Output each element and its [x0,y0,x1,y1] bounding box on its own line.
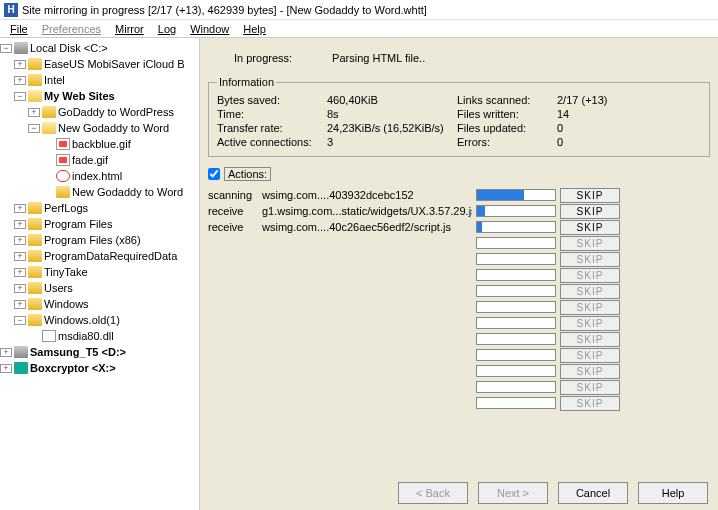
folder-icon [28,234,42,246]
tree-expand-icon[interactable]: + [14,220,26,229]
tree-item[interactable]: Program Files [44,218,112,230]
folder-icon [28,314,42,326]
progress-bar [476,221,556,233]
skip-button: SKIP [560,316,620,331]
skip-button: SKIP [560,284,620,299]
tree-item[interactable]: Intel [44,74,65,86]
skip-button[interactable]: SKIP [560,188,620,203]
tree-expand-icon[interactable]: + [0,364,12,373]
progress-bar [476,205,556,217]
tree-expand-icon[interactable]: + [28,108,40,117]
progress-bar [476,333,556,345]
tree-item[interactable]: Local Disk <C:> [30,42,108,54]
action-row: SKIP [208,379,710,395]
action-row: SKIP [208,235,710,251]
folder-icon [28,202,42,214]
progress-bar [476,253,556,265]
filesu-value: 0 [557,122,637,134]
time-value: 8s [327,108,457,120]
folder-open-icon [28,90,42,102]
boxcryptor-icon [14,362,28,374]
tree-expand-icon[interactable]: + [14,300,26,309]
skip-button[interactable]: SKIP [560,204,620,219]
action-op: scanning [208,189,258,201]
skip-button[interactable]: SKIP [560,220,620,235]
tree-item[interactable]: Users [44,282,73,294]
tree-expand-icon[interactable]: + [14,204,26,213]
tree-collapse-icon[interactable]: − [14,92,26,101]
tree-collapse-icon[interactable]: − [0,44,12,53]
actions-checkbox[interactable] [208,168,220,180]
tree-item[interactable]: New Godaddy to Word [72,186,183,198]
folder-icon [28,282,42,294]
tree-item[interactable]: Windows [44,298,89,310]
folder-tree[interactable]: −Local Disk <C:> +EaseUS MobiSaver iClou… [0,38,200,510]
cancel-button[interactable]: Cancel [558,482,628,504]
image-file-icon [56,138,70,150]
action-row: scanningwsimg.com....403932dcebc152SKIP [208,187,710,203]
tree-item[interactable]: My Web Sites [44,90,115,102]
menu-help[interactable]: Help [237,22,272,36]
progress-bar [476,269,556,281]
skip-button: SKIP [560,236,620,251]
filesw-value: 14 [557,108,637,120]
tree-item[interactable]: PerfLogs [44,202,88,214]
tree-item[interactable]: EaseUS MobiSaver iCloud B [44,58,185,70]
action-row: SKIP [208,267,710,283]
html-file-icon [56,170,70,182]
tree-item[interactable]: GoDaddy to WordPress [58,106,174,118]
tree-expand-icon[interactable]: + [14,284,26,293]
skip-button: SKIP [560,252,620,267]
tree-expand-icon[interactable]: + [14,60,26,69]
tree-collapse-icon[interactable]: − [28,124,40,133]
skip-button: SKIP [560,364,620,379]
tree-expand-icon[interactable]: + [14,268,26,277]
folder-open-icon [42,122,56,134]
help-button[interactable]: Help [638,482,708,504]
tree-item[interactable]: backblue.gif [72,138,131,150]
tree-item[interactable]: fade.gif [72,154,108,166]
links-label: Links scanned: [457,94,557,106]
menu-log[interactable]: Log [152,22,182,36]
action-text: g1.wsimg.com...static/widgets/UX.3.57.29… [262,205,472,217]
skip-button: SKIP [560,348,620,363]
tree-item[interactable]: msdia80.dll [58,330,114,342]
time-label: Time: [217,108,327,120]
file-icon [42,330,56,342]
info-legend: Information [217,76,276,88]
skip-button: SKIP [560,396,620,411]
rate-value: 24,23KiB/s (16,52KiB/s) [327,122,457,134]
conn-value: 3 [327,136,457,148]
tree-expand-icon[interactable]: + [0,348,12,357]
tree-item[interactable]: ProgramDataRequiredData [44,250,177,262]
menu-window[interactable]: Window [184,22,235,36]
progress-bar [476,349,556,361]
tree-expand-icon[interactable]: + [14,236,26,245]
menu-file[interactable]: File [4,22,34,36]
tree-expand-icon[interactable]: + [14,252,26,261]
tree-item[interactable]: Program Files (x86) [44,234,141,246]
folder-icon [28,74,42,86]
tree-collapse-icon[interactable]: − [14,316,26,325]
action-text: wsimg.com....40c26aec56edf2/script.js [262,221,472,233]
actions-legend: Actions: [224,167,271,181]
actions-list: scanningwsimg.com....403932dcebc152SKIPr… [208,187,710,411]
tree-item[interactable]: TinyTake [44,266,88,278]
tree-expand-icon[interactable]: + [14,76,26,85]
rate-label: Transfer rate: [217,122,327,134]
bytes-label: Bytes saved: [217,94,327,106]
action-op: receive [208,205,258,217]
tree-item[interactable]: Windows.old(1) [44,314,120,326]
err-value: 0 [557,136,637,148]
tree-item[interactable]: New Godaddy to Word [58,122,169,134]
progress-bar [476,317,556,329]
folder-icon [42,106,56,118]
tree-item[interactable]: Boxcryptor <X:> [30,362,116,374]
disk-icon [14,346,28,358]
tree-item[interactable]: index.html [72,170,122,182]
action-row: SKIP [208,347,710,363]
progress-label: In progress: [234,52,292,64]
menu-mirror[interactable]: Mirror [109,22,150,36]
tree-item[interactable]: Samsung_T5 <D:> [30,346,126,358]
content-panel: In progress: Parsing HTML file.. Informa… [200,38,718,510]
